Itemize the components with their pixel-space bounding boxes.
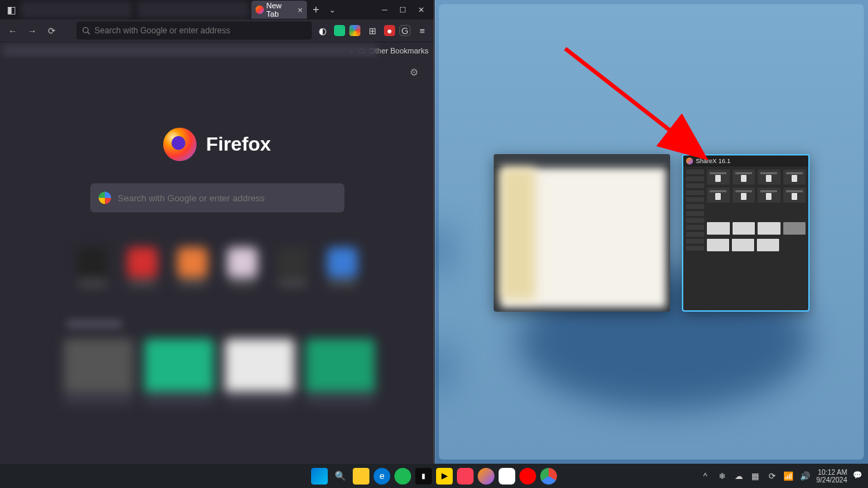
top-site-tile[interactable] bbox=[224, 247, 261, 292]
tab-strip: ◧ New Tab × + ⌄ ─ ☐ ✕ bbox=[0, 0, 434, 19]
onedrive-icon[interactable]: ☁ bbox=[733, 471, 744, 482]
active-tab[interactable]: New Tab × bbox=[251, 1, 307, 19]
clock-time: 10:12 AM bbox=[818, 469, 847, 476]
taskbar: 🔍 e ▮ ▶ ^ ❄ ☁ ▦ ⟳ 📶 🔊 10:12 AM 9/24/2024… bbox=[0, 464, 868, 488]
other-bookmarks-label: Other Bookmarks bbox=[369, 47, 428, 55]
story-card[interactable] bbox=[225, 339, 294, 405]
notifications-icon[interactable]: 💬 bbox=[853, 471, 864, 482]
forward-button[interactable]: → bbox=[24, 22, 40, 39]
background-tab[interactable] bbox=[137, 1, 249, 18]
file-explorer-icon[interactable] bbox=[353, 468, 369, 485]
annotation-arrow bbox=[560, 43, 712, 168]
taskbar-search-icon[interactable]: 🔍 bbox=[332, 468, 349, 485]
background-tab[interactable] bbox=[21, 1, 132, 18]
extension-icon[interactable] bbox=[334, 25, 345, 36]
tray-overflow-icon[interactable]: ^ bbox=[700, 471, 711, 482]
window-controls: ─ ☐ ✕ bbox=[376, 0, 430, 19]
recommended-cards bbox=[64, 339, 434, 405]
sidebar-toggle-icon[interactable]: ◧ bbox=[4, 3, 18, 17]
close-window-button[interactable]: ✕ bbox=[412, 0, 430, 19]
system-tray: ^ ❄ ☁ ▦ ⟳ 📶 🔊 10:12 AM 9/24/2024 💬 bbox=[700, 469, 865, 484]
firefox-logo-row: Firefox bbox=[0, 128, 434, 161]
home-search-box[interactable] bbox=[90, 183, 344, 212]
tray-icon[interactable]: ❄ bbox=[717, 471, 728, 482]
extension-icon[interactable]: ◐ bbox=[315, 23, 330, 38]
taskbar-center: 🔍 e ▮ ▶ bbox=[311, 468, 557, 485]
bookmarks-toolbar: » 🗀 Other Bookmarks bbox=[0, 42, 434, 58]
maximize-button[interactable]: ☐ bbox=[394, 0, 412, 19]
wifi-icon[interactable]: 📶 bbox=[783, 471, 794, 482]
start-button[interactable] bbox=[311, 468, 328, 485]
bookmarks-blurred[interactable] bbox=[3, 44, 378, 57]
sharex-window-title: ShareX 16.1 bbox=[696, 158, 731, 165]
minimize-button[interactable]: ─ bbox=[376, 0, 394, 19]
top-site-tile[interactable] bbox=[324, 247, 361, 292]
terminal-icon[interactable]: ▮ bbox=[415, 468, 432, 485]
tabs-dropdown-icon[interactable]: ⌄ bbox=[325, 6, 339, 15]
extension-icon[interactable]: ● bbox=[384, 25, 395, 36]
back-button[interactable]: ← bbox=[4, 22, 21, 39]
sharex-icon bbox=[686, 158, 693, 165]
music-app-icon[interactable] bbox=[457, 468, 474, 485]
new-tab-button[interactable]: + bbox=[307, 3, 325, 16]
url-input[interactable] bbox=[94, 26, 306, 35]
slack-icon[interactable] bbox=[499, 468, 515, 485]
extensions-button[interactable]: ⊞ bbox=[365, 23, 380, 38]
address-bar[interactable] bbox=[76, 22, 312, 40]
snap-assist-panel: ShareX 16.1 bbox=[434, 0, 868, 464]
firefox-favicon-icon bbox=[256, 6, 264, 14]
youtube-icon[interactable] bbox=[519, 468, 536, 485]
top-site-tile[interactable] bbox=[74, 247, 111, 292]
story-card[interactable] bbox=[306, 339, 375, 405]
firefox-taskbar-icon[interactable] bbox=[478, 468, 494, 485]
close-tab-icon[interactable]: × bbox=[297, 5, 303, 15]
google-icon bbox=[99, 192, 111, 204]
nav-toolbar: ← → ⟳ ◐ ⊞ ● G ≡ bbox=[0, 19, 434, 42]
taskbar-clock[interactable]: 10:12 AM 9/24/2024 bbox=[817, 469, 848, 484]
top-sites bbox=[0, 247, 434, 292]
customize-gear-icon[interactable]: ⚙ bbox=[410, 67, 419, 78]
app-menu-button[interactable]: ≡ bbox=[415, 23, 430, 38]
svg-line-1 bbox=[87, 32, 90, 34]
chrome-icon[interactable] bbox=[540, 468, 557, 485]
extension-icon[interactable]: G bbox=[399, 25, 410, 36]
plex-icon[interactable]: ▶ bbox=[436, 468, 453, 485]
firefox-window: ◧ New Tab × + ⌄ ─ ☐ ✕ ← → ⟳ ◐ ⊞ ● G bbox=[0, 0, 434, 488]
story-card[interactable] bbox=[144, 339, 214, 405]
edge-icon[interactable]: e bbox=[374, 468, 390, 485]
svg-point-0 bbox=[83, 28, 89, 33]
top-site-tile[interactable] bbox=[124, 247, 161, 292]
top-site-tile[interactable] bbox=[274, 247, 311, 292]
top-site-tile[interactable] bbox=[174, 247, 211, 292]
home-search-input[interactable] bbox=[118, 193, 336, 203]
tray-icon[interactable]: ▦ bbox=[750, 471, 761, 482]
snap-candidate-window[interactable] bbox=[494, 154, 670, 312]
section-heading-blurred bbox=[67, 319, 122, 329]
spotify-icon[interactable] bbox=[394, 468, 411, 485]
reload-button[interactable]: ⟳ bbox=[43, 22, 60, 39]
clock-date: 9/24/2024 bbox=[817, 476, 848, 484]
snap-candidate-sharex[interactable]: ShareX 16.1 bbox=[682, 154, 810, 312]
snap-divider[interactable] bbox=[433, 0, 435, 464]
search-icon bbox=[82, 26, 90, 35]
extension-icon[interactable] bbox=[349, 25, 360, 36]
volume-icon[interactable]: 🔊 bbox=[800, 471, 811, 482]
story-card[interactable] bbox=[64, 339, 133, 405]
tray-icon[interactable]: ⟳ bbox=[767, 471, 778, 482]
firefox-wordmark: Firefox bbox=[206, 133, 271, 155]
tab-title: New Tab bbox=[267, 1, 295, 18]
svg-line-2 bbox=[565, 49, 699, 153]
new-tab-page: ⚙ Firefox bbox=[0, 58, 434, 488]
firefox-logo-icon bbox=[163, 128, 197, 161]
